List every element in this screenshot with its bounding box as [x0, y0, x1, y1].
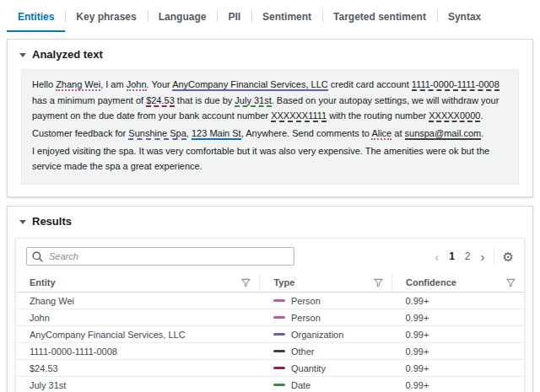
column-label: Type: [273, 277, 294, 287]
plain-text: that is due by: [175, 95, 235, 105]
table-row: Zhang WeiPerson0.99+: [16, 293, 524, 309]
page-number-1[interactable]: 1: [449, 250, 455, 262]
table-row: 1111-0000-1111-0008Other0.99+: [16, 343, 524, 360]
plain-text: , I am: [100, 79, 127, 89]
results-header[interactable]: Results: [8, 207, 532, 234]
type-color-swatch: [273, 316, 285, 319]
table-row: JohnPerson0.99+: [16, 309, 524, 326]
confidence-cell: 0.99+: [392, 343, 524, 360]
filter-funnel-icon[interactable]: [241, 278, 251, 287]
analyzed-paragraph: I enjoyed visiting the spa. It was very …: [32, 143, 508, 175]
previous-page-button[interactable]: ‹: [435, 250, 439, 263]
results-title: Results: [32, 215, 72, 228]
results-table: EntityTypeConfidence Zhang WeiPerson0.99…: [16, 273, 524, 392]
tab-sentiment[interactable]: Sentiment: [251, 3, 322, 32]
entity-highlight-organization: AnyCompany Financial Services, LLC: [172, 79, 328, 91]
entity-cell: July 31st: [16, 377, 260, 392]
filter-funnel-icon[interactable]: [506, 278, 516, 287]
column-label: Entity: [30, 277, 56, 287]
confidence-cell: 0.99+: [392, 326, 524, 343]
plain-text: Customer feedback for: [32, 128, 128, 138]
plain-text: with the routing number: [327, 110, 429, 121]
tab-pii[interactable]: PII: [217, 3, 251, 32]
table-row: AnyCompany Financial Services, LLCOrgani…: [16, 326, 524, 343]
analyzed-paragraph: Hello Zhang Wei, I am John. Your AnyComp…: [32, 77, 508, 124]
entity-cell: Zhang Wei: [16, 293, 260, 309]
type-label: Person: [291, 313, 321, 323]
entity-highlight-quantity: $24.53: [146, 95, 175, 107]
analyzed-text-title: Analyzed text: [32, 48, 103, 61]
confidence-cell: 0.99+: [392, 309, 524, 326]
entity-cell: 1111-0000-1111-0008: [16, 343, 260, 360]
type-label: Person: [291, 296, 321, 306]
results-panel: Results ‹ 12 › ⚙ EntityTypeConfid: [7, 206, 533, 392]
plain-text: .: [481, 128, 483, 138]
tab-syntax[interactable]: Syntax: [437, 3, 492, 32]
type-cell: Organization: [260, 326, 392, 343]
filter-funnel-icon[interactable]: [374, 278, 383, 287]
entity-highlight-other: XXXXXX1111: [271, 110, 327, 122]
entity-cell: John: [16, 309, 260, 326]
type-color-swatch: [273, 367, 285, 369]
type-cell: Person: [260, 293, 392, 309]
confidence-cell: 0.99+: [392, 293, 524, 309]
search-input[interactable]: [26, 247, 294, 266]
type-cell: Other: [260, 343, 392, 360]
entity-highlight-organization: Sunshine Spa: [128, 128, 186, 140]
plain-text: at: [392, 128, 404, 138]
type-label: Other: [291, 346, 315, 357]
column-header-type: Type: [260, 273, 392, 293]
confidence-cell: 0.99+: [392, 360, 524, 377]
type-cell: Person: [260, 309, 392, 326]
analyzed-text-content: Hello Zhang Wei, I am John. Your AnyComp…: [21, 69, 519, 185]
settings-gear-icon[interactable]: ⚙: [503, 250, 514, 263]
entity-highlight-other: 1111-0000-1111-0008: [412, 79, 500, 91]
type-color-swatch: [273, 384, 285, 386]
analyzed-text-header[interactable]: Analyzed text: [8, 40, 532, 67]
analyzed-paragraph: Customer feedback for Sunshine Spa, 123 …: [32, 126, 508, 142]
tab-targeted-sentiment[interactable]: Targeted sentiment: [322, 3, 437, 32]
column-header-entity: Entity: [16, 273, 260, 293]
entity-highlight-other: sunspa@mail.com: [405, 128, 482, 140]
toolbar-divider: [494, 247, 494, 266]
plain-text: . Your: [147, 79, 173, 89]
tab-language[interactable]: Language: [148, 3, 218, 32]
tab-entities[interactable]: Entities: [7, 3, 65, 32]
table-row: $24.53Quantity0.99+: [16, 360, 524, 377]
type-color-swatch: [273, 350, 285, 352]
type-label: Date: [291, 380, 310, 390]
search-box: [26, 247, 294, 266]
tab-key-phrases[interactable]: Key phrases: [65, 3, 147, 32]
column-label: Confidence: [406, 277, 456, 287]
entity-highlight-location: 123 Main St: [192, 128, 241, 140]
plain-text: , Anywhere. Send comments to: [241, 128, 372, 138]
tab-bar: EntitiesKey phrasesLanguagePIISentimentT…: [7, 3, 533, 32]
entity-highlight-date: July 31st: [235, 95, 271, 107]
entity-cell: $24.53: [16, 360, 260, 377]
collapse-caret-icon: [19, 53, 26, 57]
confidence-cell: 0.99+: [392, 377, 524, 392]
collapse-caret-icon: [19, 220, 26, 224]
page-number-2[interactable]: 2: [465, 250, 471, 262]
table-row: July 31stDate0.99+: [16, 377, 524, 392]
table-toolbar: ‹ 12 › ⚙: [16, 239, 524, 273]
plain-text: credit card account: [328, 79, 412, 89]
type-label: Organization: [291, 330, 343, 340]
analyzed-text-panel: Analyzed text Hello Zhang Wei, I am John…: [7, 39, 533, 197]
type-cell: Quantity: [260, 360, 392, 377]
pagination: ‹ 12 ›: [435, 250, 484, 263]
search-icon: [32, 250, 43, 266]
results-table-card: ‹ 12 › ⚙ EntityTypeConfidence Zhang WeiP…: [15, 238, 525, 392]
plain-text: I enjoyed visiting the spa. It was very …: [32, 146, 489, 172]
plain-text: .: [480, 110, 483, 121]
type-color-swatch: [273, 299, 285, 302]
entity-highlight-person: Alice: [371, 128, 392, 140]
type-color-swatch: [273, 333, 285, 336]
entity-highlight-person: Zhang Wei: [56, 79, 100, 91]
type-cell: Date: [260, 377, 392, 392]
next-page-button[interactable]: ›: [481, 250, 485, 263]
entity-highlight-other: XXXXX0000: [429, 110, 480, 122]
plain-text: Hello: [32, 79, 56, 89]
plain-text: has a minimum payment of: [32, 95, 146, 105]
entity-cell: AnyCompany Financial Services, LLC: [16, 326, 260, 343]
